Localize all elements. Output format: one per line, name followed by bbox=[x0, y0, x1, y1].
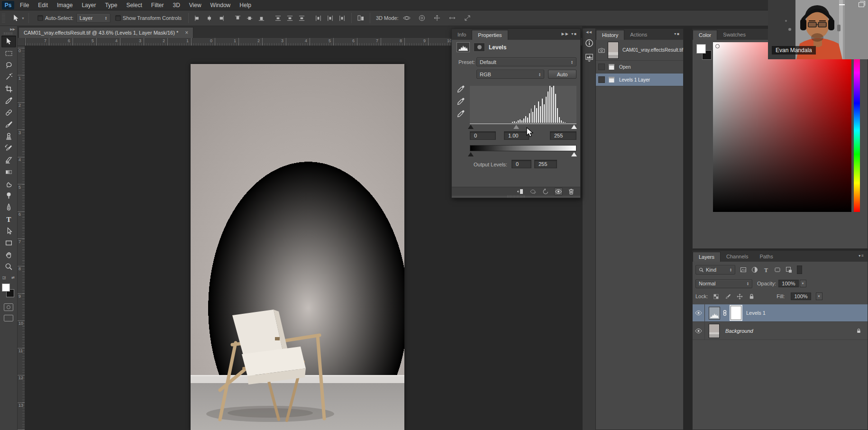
vertical-ruler[interactable]: 012345678910111213 bbox=[18, 46, 25, 430]
output-shadow-field[interactable]: 0 bbox=[512, 160, 531, 168]
close-tab-icon[interactable]: × bbox=[185, 29, 188, 36]
screen-mode-icon[interactable] bbox=[4, 315, 13, 321]
hue-slider[interactable] bbox=[854, 42, 860, 212]
type-layer-filter-icon[interactable]: T bbox=[762, 266, 770, 274]
lock-all-icon[interactable] bbox=[747, 293, 756, 300]
saturation-brightness-field[interactable] bbox=[713, 42, 851, 212]
tab-history[interactable]: History bbox=[596, 30, 624, 40]
tab-properties[interactable]: Properties bbox=[472, 30, 508, 40]
3d-scale-icon[interactable] bbox=[462, 13, 473, 23]
menu-edit[interactable]: Edit bbox=[38, 2, 48, 9]
highlight-input-slider[interactable] bbox=[571, 125, 577, 129]
foreground-color-swatch[interactable] bbox=[696, 44, 706, 54]
auto-button[interactable]: Auto bbox=[548, 70, 576, 79]
adjustments-icon[interactable] bbox=[584, 52, 594, 63]
clip-to-layer-icon[interactable] bbox=[516, 188, 524, 195]
3d-slide-icon[interactable] bbox=[447, 13, 457, 23]
layer-mask-icon[interactable] bbox=[474, 43, 485, 52]
spot-healing-brush-tool[interactable] bbox=[1, 107, 16, 119]
tab-layers[interactable]: Layers bbox=[693, 252, 721, 262]
align-horizontal-centers-icon[interactable] bbox=[204, 13, 215, 23]
adjustment-layer-thumbnail[interactable] bbox=[709, 307, 720, 320]
hand-tool[interactable] bbox=[1, 249, 16, 261]
pixel-layer-filter-icon[interactable] bbox=[739, 266, 748, 274]
pen-tool[interactable] bbox=[1, 201, 16, 213]
quick-mask-icon[interactable] bbox=[4, 303, 13, 311]
minimize-icon[interactable] bbox=[839, 4, 845, 5]
align-vertical-centers-icon[interactable] bbox=[245, 13, 255, 23]
tab-paths[interactable]: Paths bbox=[754, 252, 779, 262]
menu-layer[interactable]: Layer bbox=[82, 2, 96, 9]
distribute-left-edges-icon[interactable] bbox=[313, 13, 324, 23]
shadow-input-slider[interactable] bbox=[468, 125, 474, 129]
collapse-panel-icon[interactable]: ▶▶ bbox=[0, 26, 17, 31]
gradient-tool[interactable] bbox=[1, 166, 16, 178]
lock-image-pixels-icon[interactable] bbox=[723, 293, 732, 300]
align-bottom-edges-icon[interactable] bbox=[256, 13, 267, 23]
zoom-tool[interactable] bbox=[1, 261, 16, 273]
history-item-open[interactable]: Open bbox=[596, 61, 683, 73]
menu-help[interactable]: Help bbox=[239, 2, 251, 9]
collapse-panel-icon[interactable]: ▶▶ bbox=[562, 32, 569, 36]
menu-select[interactable]: Select bbox=[126, 2, 142, 9]
menu-type[interactable]: Type bbox=[105, 2, 117, 9]
distribute-vertical-centers-icon[interactable] bbox=[285, 13, 295, 23]
align-top-edges-icon[interactable] bbox=[233, 13, 243, 23]
channel-dropdown[interactable]: RGB ▲▼ bbox=[476, 70, 544, 79]
history-brush-tool[interactable] bbox=[1, 142, 16, 154]
layer-row-background[interactable]: Background bbox=[693, 322, 868, 340]
show-transform-controls-checkbox[interactable] bbox=[115, 15, 121, 21]
visibility-toggle[interactable] bbox=[693, 304, 705, 321]
rectangular-marquee-tool[interactable] bbox=[1, 47, 16, 59]
preset-dropdown[interactable]: Default ▲▼ bbox=[476, 57, 576, 66]
panel-menu-icon[interactable]: ▾≡ bbox=[859, 254, 865, 258]
info-icon[interactable] bbox=[584, 38, 594, 48]
visibility-toggle[interactable] bbox=[693, 322, 705, 339]
smudge-tool[interactable] bbox=[1, 178, 16, 190]
history-item-levels-1-layer[interactable]: Levels 1 Layer bbox=[596, 73, 683, 86]
layer-name[interactable]: Levels 1 bbox=[746, 310, 766, 316]
menu-file[interactable]: File bbox=[20, 2, 29, 9]
output-highlight-slider[interactable] bbox=[571, 152, 577, 156]
restore-window-icon[interactable] bbox=[859, 2, 864, 7]
output-highlight-field[interactable]: 255 bbox=[534, 160, 557, 168]
output-shadow-slider[interactable] bbox=[468, 152, 474, 156]
fill-value[interactable]: 100% bbox=[791, 293, 811, 300]
layer-name[interactable]: Background bbox=[725, 328, 753, 334]
align-right-edges-icon[interactable] bbox=[216, 13, 227, 23]
path-selection-tool[interactable] bbox=[1, 225, 16, 237]
menu-filter[interactable]: Filter bbox=[151, 2, 164, 9]
menu-3d[interactable]: 3D bbox=[173, 2, 180, 9]
rectangle-tool[interactable] bbox=[1, 237, 16, 249]
tab-info[interactable]: Info bbox=[452, 30, 472, 40]
horizontal-type-tool[interactable]: T bbox=[1, 213, 16, 225]
fill-dropdown-icon[interactable]: ▼ bbox=[816, 293, 822, 300]
tools-panel-grip[interactable] bbox=[4, 32, 13, 35]
distribute-right-edges-icon[interactable] bbox=[337, 13, 347, 23]
white-point-eyedropper-icon[interactable] bbox=[457, 110, 465, 118]
tool-preset-picker[interactable]: ▼ bbox=[12, 14, 25, 22]
move-tool[interactable] bbox=[1, 36, 16, 47]
canvas-image[interactable] bbox=[191, 64, 404, 430]
eraser-tool[interactable] bbox=[1, 154, 16, 166]
3d-roll-icon[interactable] bbox=[417, 13, 427, 23]
foreground-color-swatch[interactable] bbox=[2, 284, 10, 292]
history-source-well[interactable] bbox=[598, 76, 605, 83]
black-point-eyedropper-icon[interactable] bbox=[457, 85, 465, 93]
dodge-tool[interactable] bbox=[1, 190, 16, 201]
toggle-previous-state-icon[interactable] bbox=[529, 188, 537, 195]
menu-window[interactable]: Window bbox=[210, 2, 231, 9]
menu-view[interactable]: View bbox=[189, 2, 201, 9]
history-snapshot-row[interactable]: CAM01_vray.effectsResult.tif bbox=[596, 40, 683, 61]
filter-toggle[interactable] bbox=[797, 265, 802, 274]
crop-tool[interactable] bbox=[1, 83, 16, 95]
magic-wand-tool[interactable] bbox=[1, 71, 16, 83]
ruler-origin-corner[interactable] bbox=[18, 38, 25, 46]
color-field-marker[interactable] bbox=[715, 44, 720, 48]
menu-image[interactable]: Image bbox=[57, 2, 73, 9]
history-source-well[interactable] bbox=[598, 64, 605, 70]
smart-object-filter-icon[interactable] bbox=[785, 266, 793, 274]
webcam-overlay[interactable]: Evan Mandala bbox=[768, 0, 868, 59]
lock-transparent-pixels-icon[interactable] bbox=[712, 293, 720, 300]
collapse-dock-icon[interactable]: ◀◀ bbox=[583, 28, 595, 34]
